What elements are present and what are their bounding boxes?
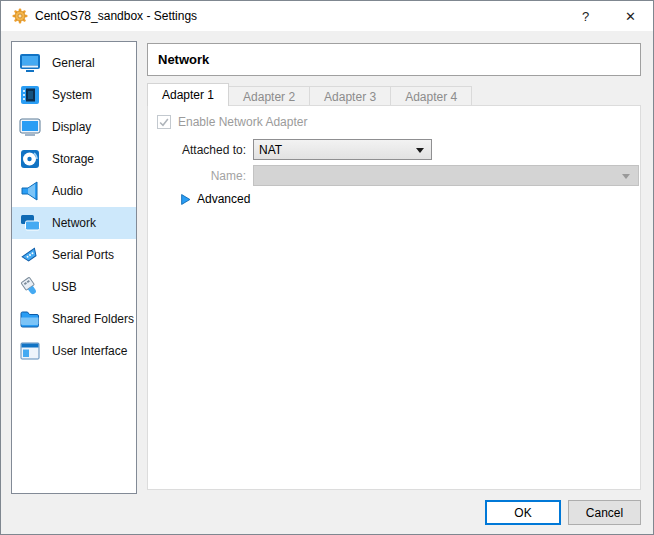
title-bar: CentOS78_sandbox - Settings ? ✕: [1, 1, 653, 31]
ok-button[interactable]: OK: [485, 500, 561, 525]
tab-adapter-4[interactable]: Adapter 4: [390, 86, 472, 106]
display-icon: [18, 115, 42, 139]
tab-adapter-2[interactable]: Adapter 2: [228, 86, 310, 106]
sidebar-item-network[interactable]: Network: [12, 207, 136, 239]
cancel-button[interactable]: Cancel: [568, 500, 641, 525]
close-button[interactable]: ✕: [608, 1, 653, 31]
network-icon: [18, 211, 42, 235]
sidebar-item-label: USB: [52, 280, 77, 294]
general-icon: [18, 51, 42, 75]
enable-network-adapter-label: Enable Network Adapter: [178, 115, 307, 129]
window-title: CentOS78_sandbox - Settings: [35, 9, 197, 23]
sidebar-item-label: Display: [52, 120, 91, 134]
settings-sidebar: General System Display Storage Audio: [11, 41, 137, 494]
checkmark-icon: [158, 116, 170, 128]
help-button[interactable]: ?: [563, 1, 608, 31]
attached-to-dropdown[interactable]: NAT: [253, 139, 432, 160]
advanced-label: Advanced: [197, 192, 250, 206]
sidebar-item-general[interactable]: General: [12, 47, 136, 79]
adapter-pane: Enable Network Adapter Attached to: NAT …: [147, 105, 641, 490]
settings-gear-icon: [12, 8, 28, 24]
sidebar-item-label: Storage: [52, 152, 94, 166]
chevron-down-icon: [622, 174, 630, 179]
user-interface-icon: [18, 339, 42, 363]
page-title: Network: [147, 43, 641, 76]
name-label: Name:: [150, 169, 246, 183]
sidebar-item-label: Serial Ports: [52, 248, 114, 262]
name-dropdown[interactable]: [253, 165, 639, 186]
attached-to-value: NAT: [259, 143, 282, 157]
storage-icon: [18, 147, 42, 171]
sidebar-item-label: Shared Folders: [52, 312, 134, 326]
sidebar-item-system[interactable]: System: [12, 79, 136, 111]
chevron-down-icon: [416, 148, 424, 153]
sidebar-item-label: General: [52, 56, 95, 70]
usb-icon: [18, 275, 42, 299]
sidebar-item-serial-ports[interactable]: Serial Ports: [12, 239, 136, 271]
shared-folders-icon: [18, 307, 42, 331]
sidebar-item-display[interactable]: Display: [12, 111, 136, 143]
sidebar-item-audio[interactable]: Audio: [12, 175, 136, 207]
sidebar-item-label: Network: [52, 216, 96, 230]
expander-arrow-icon: [180, 194, 191, 205]
tab-adapter-3[interactable]: Adapter 3: [309, 86, 391, 106]
advanced-expander[interactable]: Advanced: [180, 192, 250, 206]
sidebar-item-user-interface[interactable]: User Interface: [12, 335, 136, 367]
sidebar-item-label: Audio: [52, 184, 83, 198]
sidebar-item-storage[interactable]: Storage: [12, 143, 136, 175]
adapter-tabs: Adapter 1 Adapter 2 Adapter 3 Adapter 4: [147, 83, 472, 106]
serial-ports-icon: [18, 243, 42, 267]
sidebar-item-shared-folders[interactable]: Shared Folders: [12, 303, 136, 335]
tab-adapter-1[interactable]: Adapter 1: [147, 83, 229, 106]
sidebar-item-label: User Interface: [52, 344, 127, 358]
sidebar-item-label: System: [52, 88, 92, 102]
enable-network-adapter-checkbox[interactable]: [157, 115, 171, 129]
sidebar-item-usb[interactable]: USB: [12, 271, 136, 303]
system-icon: [18, 83, 42, 107]
settings-dialog: CentOS78_sandbox - Settings ? ✕ General …: [0, 0, 654, 535]
attached-to-label: Attached to:: [150, 143, 246, 157]
audio-icon: [18, 179, 42, 203]
